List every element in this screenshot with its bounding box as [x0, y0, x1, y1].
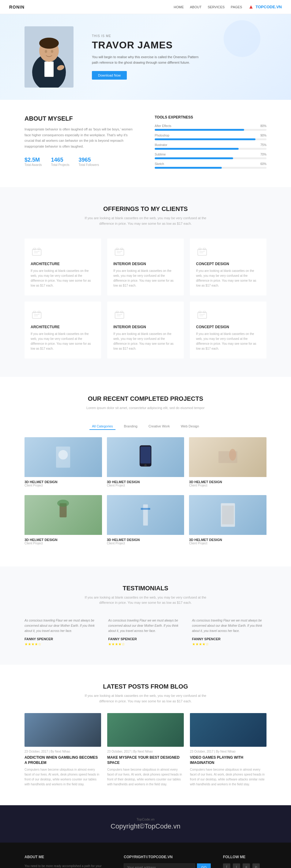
- testimonial-author: FANNY SPENCER: [192, 637, 266, 641]
- project-info: 3D HELMET DESIGN Client Project: [25, 477, 102, 490]
- svg-rect-2: [45, 62, 54, 77]
- skill-item: Sublime70%: [155, 153, 266, 159]
- skill-fill: [155, 148, 239, 150]
- testimonial-card: As conscious traveling Flaur we we must …: [108, 618, 182, 646]
- nav-about[interactable]: ABOUT: [190, 5, 202, 9]
- nav-home[interactable]: HOME: [174, 5, 184, 9]
- footer-col-about: ABOUT ME You need to be more ready accom…: [25, 855, 112, 868]
- offering-card: ARCHITECTURE If you are looking at blank…: [25, 239, 101, 296]
- footer-grid: ABOUT ME You need to be more ready accom…: [25, 855, 266, 868]
- testimonial-stars: ★★★★☆: [25, 642, 99, 646]
- offering-svg-icon: [114, 246, 125, 257]
- offering-name: ARCHITECTURE: [31, 325, 95, 329]
- project-name: 3D HELMET DESIGN: [25, 538, 102, 541]
- footer-submit-button[interactable]: GO: [197, 863, 211, 868]
- svg-rect-18: [198, 249, 207, 255]
- project-category: Client Project: [25, 541, 102, 545]
- filter-button[interactable]: Creative Work: [146, 423, 172, 430]
- svg-rect-29: [116, 311, 118, 313]
- svg-point-42: [144, 464, 147, 467]
- offering-svg-icon: [31, 310, 42, 320]
- svg-point-4: [39, 38, 59, 49]
- blog-excerpt: Computers have become ubiquitous in almo…: [25, 767, 101, 787]
- project-image: [189, 495, 266, 535]
- testimonial-text: As conscious traveling Flaur we we must …: [108, 618, 182, 633]
- project-card: 3D HELMET DESIGN Client Project: [25, 437, 102, 490]
- svg-point-5: [45, 50, 47, 53]
- project-img-svg: [127, 442, 164, 472]
- testimonials-grid: As conscious traveling Flaur we we must …: [25, 618, 266, 646]
- offering-name: ARCHITECTURE: [31, 262, 95, 266]
- testimonials-title: TESTIMONIALS: [25, 585, 266, 592]
- offering-name: CONCEPT DESIGN: [196, 262, 260, 266]
- offering-name: INTERIOR DESIGN: [113, 262, 178, 266]
- svg-rect-48: [141, 508, 150, 510]
- nav-links: HOME ABOUT SERVICES PAGES ▲ TOPCODE.VN: [174, 4, 282, 10]
- social-icon-f[interactable]: f: [223, 863, 230, 868]
- project-card: 3D HELMET DESIGN Client Project: [107, 437, 184, 490]
- social-icon-t[interactable]: t: [233, 863, 240, 868]
- svg-rect-15: [121, 248, 123, 250]
- blog-meta: 23 October, 2017 | By Next Nihao: [25, 750, 101, 753]
- project-name: 3D HELMET DESIGN: [107, 538, 184, 541]
- project-card: 3D HELMET DESIGN Client Project: [189, 495, 266, 548]
- nav-pages[interactable]: PAGES: [231, 5, 242, 9]
- social-icon-in[interactable]: in: [253, 863, 260, 868]
- testimonial-author: FANNY SPENCER: [108, 637, 182, 641]
- skill-fill: [155, 138, 256, 140]
- blog-card: 23 October, 2017 | By Next Nihao VIDEO G…: [190, 713, 266, 787]
- download-button[interactable]: Download Now: [92, 71, 127, 80]
- stat-awards: $2.5M Total Awards: [25, 157, 42, 166]
- svg-rect-35: [203, 311, 206, 313]
- testimonials-subtitle: If you are looking at blank cassettes on…: [84, 595, 207, 606]
- blog-card: 23 October, 2017 | By Next Nihao MAKE MY…: [107, 713, 184, 787]
- filter-button[interactable]: All Categories: [89, 423, 115, 430]
- blog-post-title: VIDEO GAMES PLAYING WITH IMAGINATION: [190, 755, 266, 766]
- svg-rect-19: [199, 248, 201, 250]
- project-image: [25, 495, 102, 535]
- project-category: Client Project: [189, 541, 266, 545]
- offering-card: ARCHITECTURE If you are looking at blank…: [25, 302, 101, 359]
- skill-label: Sketch60%: [155, 162, 266, 166]
- svg-rect-28: [115, 312, 124, 318]
- blog-section: LATEST POSTS FROM BLOG If you are lookin…: [0, 665, 291, 805]
- footer-col-subscribe: Copyright©TopCode.vn GO: [124, 855, 211, 868]
- hero-section: THIS IS ME TRAVOR JAMES You will begin t…: [0, 14, 291, 100]
- about-stats: $2.5M Total Awards 1465 Total Projects 3…: [25, 157, 136, 166]
- svg-rect-41: [140, 446, 151, 463]
- project-info: 3D HELMET DESIGN Client Project: [107, 477, 184, 490]
- footer-email-input[interactable]: [124, 863, 195, 868]
- footer-brand-label: TopCode.vn: [25, 817, 266, 821]
- nav-logo: RONIN: [9, 5, 25, 9]
- offering-desc: If you are looking at blank cassettes on…: [31, 269, 95, 288]
- project-name: 3D HELMET DESIGN: [189, 480, 266, 484]
- blog-image: [25, 713, 101, 747]
- stat-projects-label: Total Projects: [51, 163, 69, 166]
- footer-social-title: FOLLOW ME: [223, 855, 266, 859]
- project-image: [107, 495, 184, 535]
- svg-point-39: [59, 450, 68, 460]
- hero-image: [25, 26, 74, 88]
- offerings-section: OFFERINGS TO MY CLIENTS If you are looki…: [0, 187, 291, 377]
- project-img-svg: [127, 500, 164, 530]
- offering-desc: If you are looking at blank cassettes on…: [196, 332, 260, 351]
- offering-card: INTERIOR DESIGN If you are looking at bl…: [107, 239, 184, 296]
- blog-image: [190, 713, 266, 747]
- projects-grid: 3D HELMET DESIGN Client Project 3D HELME…: [25, 437, 266, 548]
- svg-rect-30: [121, 311, 123, 313]
- stat-followers-value: 3965: [79, 157, 99, 163]
- skill-bar: [155, 129, 266, 131]
- svg-point-44: [229, 449, 236, 461]
- filter-button[interactable]: Branding: [122, 423, 140, 430]
- social-icon-g[interactable]: g: [242, 863, 250, 868]
- skill-bar: [155, 157, 266, 159]
- social-icons: ftgin: [223, 863, 266, 868]
- blog-image: [107, 713, 184, 747]
- testimonial-stars: ★★★★☆: [192, 642, 266, 646]
- offering-desc: If you are looking at blank cassettes on…: [196, 269, 260, 288]
- nav-services[interactable]: SERVICES: [208, 5, 225, 9]
- project-info: 3D HELMET DESIGN Client Project: [189, 535, 266, 548]
- filter-button[interactable]: Web Design: [178, 423, 202, 430]
- project-image: [107, 437, 184, 477]
- project-category: Client Project: [25, 484, 102, 487]
